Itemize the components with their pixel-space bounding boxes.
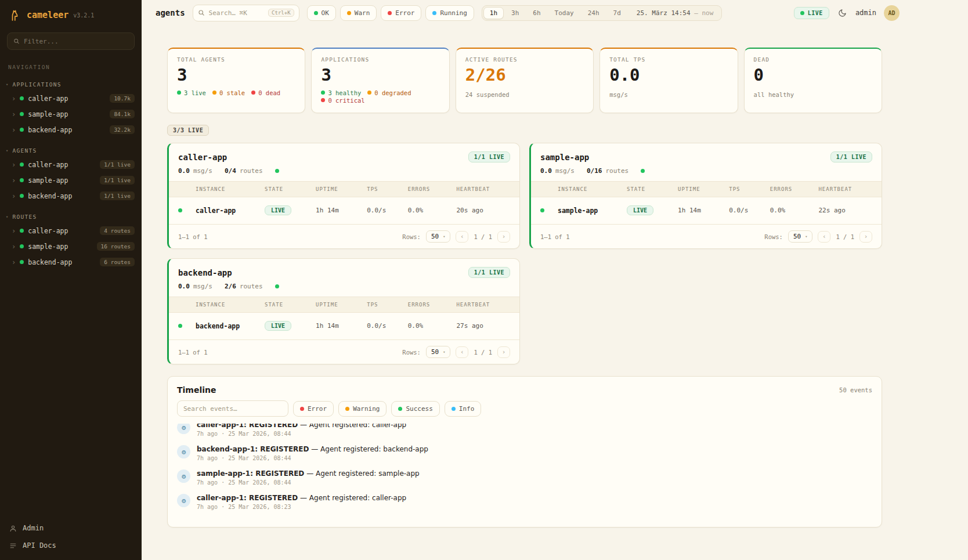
range-button-24h[interactable]: 24h (581, 7, 606, 19)
table-row[interactable]: caller-app LIVE 1h 14m 0.0/s 0.0% 20s ag… (169, 197, 519, 223)
table-header: INSTANCE STATE UPTIME TPS ERRORS HEARTBE… (531, 181, 882, 197)
sidebar-item-app-sample-app[interactable]: › sample-app 84.1k (0, 106, 142, 122)
global-search[interactable]: Ctrl+K (193, 5, 299, 21)
filter-chip-ok[interactable]: OK (307, 5, 336, 21)
sidebar-item-routes-caller-app[interactable]: › caller-app 4 routes (0, 223, 142, 239)
stat-card-total-agents: TOTAL AGENTS 3 3 live 0 stale 0 dead (167, 48, 305, 113)
user-name: admin (855, 9, 876, 17)
next-page-button[interactable]: › (859, 231, 872, 243)
chip-label: Warn (355, 9, 370, 17)
sidebar-item-label: caller-app (28, 95, 68, 103)
timeline-chip-error[interactable]: Error (293, 401, 334, 417)
navigation-label: NAVIGATION (0, 51, 142, 71)
rows-per-page-select[interactable]: 50▾ (788, 230, 812, 243)
dark-mode-toggle[interactable] (837, 8, 848, 19)
prev-page-button[interactable]: ‹ (456, 231, 468, 243)
timeline-search-input[interactable] (177, 400, 288, 417)
col-errors: ERRORS (408, 302, 457, 308)
range-button-7d[interactable]: 7d (607, 7, 627, 19)
sidebar-item-badge: 1/1 live (100, 192, 135, 200)
error-dot-icon (251, 91, 255, 95)
sidebar-item-app-backend-app[interactable]: › backend-app 32.2k (0, 122, 142, 138)
rows-per-page-select[interactable]: 50▾ (426, 346, 450, 358)
timeline-events-viewport[interactable]: ⚙ caller-app-1: REGISTERED — Agent regis… (168, 424, 882, 527)
timeline-chip-warning[interactable]: Warning (338, 401, 387, 417)
brand-name: cameleer (27, 10, 68, 20)
next-page-button[interactable]: › (497, 346, 510, 358)
sidebar-item-agent-caller-app[interactable]: › caller-app 1/1 live (0, 157, 142, 172)
stat-label: APPLICATIONS (321, 56, 439, 63)
row-range: 1–1 of 1 (540, 233, 570, 240)
timeline-chip-info[interactable]: Info (445, 401, 482, 417)
filter-chip-warn[interactable]: Warn (340, 5, 377, 21)
sidebar-item-label: backend-app (28, 258, 72, 266)
status-dot-icon (20, 178, 24, 182)
col-errors: ERRORS (408, 186, 457, 192)
section-header-applications[interactable]: ▾ APPLICATIONS (0, 78, 142, 91)
chevron-right-icon: › (12, 127, 16, 133)
prev-page-button[interactable]: ‹ (456, 346, 468, 358)
col-state: STATE (265, 186, 316, 192)
brand-version: v3.2.1 (73, 12, 94, 19)
sidebar-item-agent-backend-app[interactable]: › backend-app 1/1 live (0, 188, 142, 204)
chevron-right-icon: › (12, 193, 16, 200)
routes-unit: routes (240, 167, 263, 175)
stat-label: ACTIVE ROUTES (465, 56, 584, 63)
sidebar-item-badge: 84.1k (110, 110, 135, 118)
sidebar-item-badge: 1/1 live (100, 160, 135, 169)
caret-down-icon: ▾ (6, 82, 9, 87)
next-page-button[interactable]: › (497, 231, 510, 243)
timeline-chip-success[interactable]: Success (391, 401, 439, 417)
col-heartbeat: HEARTBEAT (456, 302, 510, 308)
gear-icon: ⚙ (177, 424, 190, 434)
prev-page-button[interactable]: ‹ (818, 231, 830, 243)
section-header-agents[interactable]: ▾ AGENTS (0, 144, 142, 157)
filter-chip-running[interactable]: Running (425, 5, 474, 21)
avatar[interactable]: AD (884, 5, 900, 21)
table-row[interactable]: backend-app LIVE 1h 14m 0.0/s 0.0% 27s a… (169, 313, 519, 339)
errors-cell: 0.0% (408, 322, 457, 330)
chip-label: OK (322, 9, 329, 17)
section-header-routes[interactable]: ▾ ROUTES (0, 211, 142, 223)
chip-label: Error (395, 9, 414, 17)
sidebar-item-routes-sample-app[interactable]: › sample-app 16 routes (0, 239, 142, 254)
chevron-right-icon: › (12, 259, 16, 266)
sidebar-filter-input[interactable] (24, 38, 128, 45)
sidebar-filter[interactable] (7, 32, 135, 50)
rows-per-page-select[interactable]: 50▾ (426, 230, 450, 243)
timeline-event[interactable]: ⚙ caller-app-1: REGISTERED — Agent regis… (168, 424, 882, 441)
page-title: agents (156, 8, 185, 17)
routes-unit: routes (606, 167, 629, 175)
range-button-today[interactable]: Today (548, 7, 580, 19)
col-instance: INSTANCE (558, 186, 627, 192)
table-row[interactable]: sample-app LIVE 1h 14m 0.0/s 0.0% 22s ag… (531, 197, 882, 223)
status-dot-icon (20, 162, 24, 167)
global-search-input[interactable] (209, 9, 264, 17)
status-dot-icon (20, 229, 24, 233)
warn-dot-icon (347, 11, 351, 15)
state-badge: LIVE (265, 321, 291, 331)
sidebar-item-app-caller-app[interactable]: › caller-app 10.7k (0, 91, 142, 106)
sidebar-item-api-docs[interactable]: API Docs (9, 541, 132, 550)
sidebar-item-admin[interactable]: Admin (9, 524, 132, 532)
sidebar-item-label: caller-app (28, 161, 68, 169)
timeline-event[interactable]: ⚙ backend-app-1: REGISTERED — Agent regi… (168, 441, 882, 465)
stat-sub: 0 critical (321, 97, 364, 104)
timeline-event[interactable]: ⚙ caller-app-1: REGISTERED — Agent regis… (168, 490, 882, 514)
stat-label: TOTAL AGENTS (177, 56, 295, 63)
running-dot-icon (432, 11, 436, 15)
chevron-right-icon: › (12, 161, 16, 168)
timeline-event[interactable]: ⚙ sample-app-1: REGISTERED — Agent regis… (168, 465, 882, 490)
warn-dot-icon (212, 91, 216, 95)
stat-subline: 3 healthy 0 degraded 0 critical (321, 89, 439, 104)
col-uptime: UPTIME (316, 302, 367, 308)
event-meta: 7h ago · 25 Mar 2026, 08:44 (197, 455, 428, 461)
tps-cell: 0.0/s (367, 322, 408, 330)
range-button-1h[interactable]: 1h (483, 7, 504, 19)
sidebar-footer-label: Admin (23, 524, 44, 532)
range-button-3h[interactable]: 3h (505, 7, 525, 19)
range-button-6h[interactable]: 6h (526, 7, 547, 19)
filter-chip-error[interactable]: Error (381, 5, 421, 21)
sidebar-item-routes-backend-app[interactable]: › backend-app 6 routes (0, 254, 142, 270)
sidebar-item-agent-sample-app[interactable]: › sample-app 1/1 live (0, 172, 142, 188)
